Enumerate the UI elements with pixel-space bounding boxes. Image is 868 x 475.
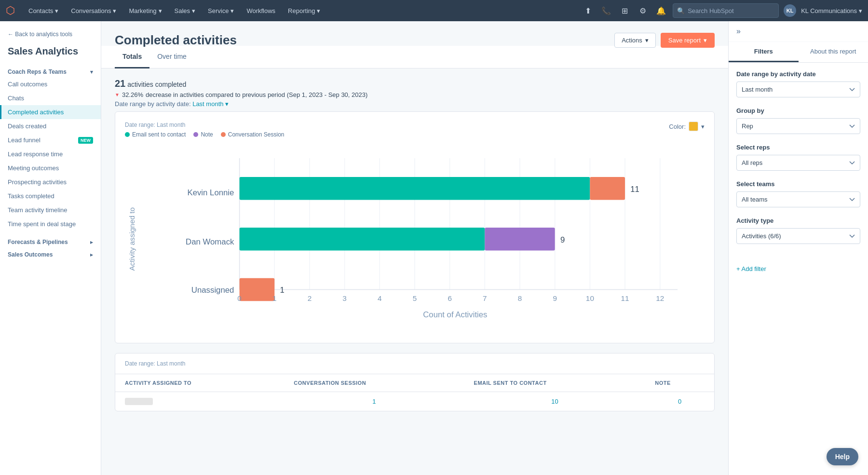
main-tabs: Totals Over time [101, 46, 728, 68]
date-range-label: Date range by activity date: Last month … [115, 100, 715, 108]
search-icon: 🔍 [677, 7, 685, 14]
svg-text:8: 8 [518, 294, 522, 302]
activity-table: Activity Assigned To Conversation Sessio… [115, 374, 714, 411]
nav-service[interactable]: Service ▾ [202, 0, 240, 21]
chevron-down-icon: ▾ [317, 7, 320, 14]
col-assigned-to: Activity Assigned To [115, 374, 284, 392]
filter-activity-type: Activity type Activities (6/6) [736, 217, 860, 244]
filter-reps-select[interactable]: All reps [736, 155, 860, 171]
svg-text:9: 9 [560, 235, 565, 244]
chevron-down-icon: ▾ [113, 7, 116, 14]
sidebar-item-lead-funnel[interactable]: Lead funnel NEW [0, 133, 101, 147]
upgrade-icon[interactable]: ⬆ [581, 4, 595, 17]
filter-group-label: Group by [736, 107, 860, 114]
svg-text:6: 6 [448, 294, 452, 302]
chevron-up-icon: ▾ [90, 69, 93, 75]
filter-date-range: Date range by activity date Last monthLa… [736, 70, 860, 97]
header-actions: Actions ▾ Save report ▾ [614, 33, 715, 48]
date-range-link[interactable]: Last month ▾ [192, 100, 229, 108]
svg-text:7: 7 [483, 294, 487, 302]
svg-text:1: 1 [280, 285, 284, 295]
col-conversation: Conversation Session [284, 374, 464, 392]
filter-reps: Select reps All reps [736, 144, 860, 171]
panel-tab-filters[interactable]: Filters [729, 42, 799, 62]
cell-note: 0 [645, 392, 714, 411]
nav-workflows[interactable]: Workflows [241, 0, 281, 21]
sidebar-item-chats[interactable]: Chats [0, 91, 101, 105]
sidebar-item-team-activity[interactable]: Team activity timeline [0, 203, 101, 217]
svg-text:1: 1 [272, 294, 277, 302]
filter-date-label: Date range by activity date [736, 70, 860, 78]
phone-icon[interactable]: 📞 [599, 4, 613, 17]
svg-text:Activity assigned to: Activity assigned to [128, 207, 136, 271]
col-email: Email Sent to Contact [464, 374, 646, 392]
nav-conversations[interactable]: Conversations ▾ [65, 0, 122, 21]
chart-header: Date range: Last month Email sent to con… [125, 122, 705, 138]
cell-email: 10 [464, 392, 646, 411]
table-date-label: Date range: Last month [115, 353, 714, 374]
marketplace-icon[interactable]: ⊞ [618, 4, 631, 17]
sidebar-item-tasks-completed[interactable]: Tasks completed [0, 189, 101, 203]
filters-section: Date range by activity date Last monthLa… [729, 63, 868, 261]
actions-button[interactable]: Actions ▾ [614, 33, 656, 48]
svg-text:3: 3 [342, 294, 347, 302]
nav-right-icons: ⬆ 📞 ⊞ ⚙ 🔔 🔍 KL KL Communications ▾ [581, 3, 862, 18]
nav-marketing[interactable]: Marketing ▾ [123, 0, 167, 21]
search-input[interactable] [688, 7, 774, 14]
filter-date-select[interactable]: Last monthLast weekLast quarterThis mont… [736, 81, 860, 97]
color-control[interactable]: Color: ▾ [669, 122, 705, 131]
svg-text:4: 4 [378, 294, 382, 302]
svg-text:Dan Womack: Dan Womack [186, 237, 234, 246]
bar-chart: Activity assigned to [125, 145, 705, 333]
filter-activity-select[interactable]: Activities (6/6) [736, 228, 860, 244]
sidebar-item-lead-response[interactable]: Lead response time [0, 147, 101, 161]
new-badge: NEW [78, 137, 93, 144]
cell-name [115, 392, 284, 411]
filter-group-select[interactable]: RepTeamActivity type [736, 118, 860, 134]
svg-text:Unassigned: Unassigned [191, 285, 234, 295]
chart-card: Date range: Last month Email sent to con… [115, 111, 715, 343]
user-menu[interactable]: KL Communications ▾ [801, 7, 862, 14]
sidebar-section-forecasts[interactable]: Forecasts & Pipelines ▸ [0, 235, 101, 247]
sidebar-item-call-outcomes[interactable]: Call outcomes [0, 77, 101, 91]
nav-contacts[interactable]: Contacts ▾ [23, 0, 64, 21]
panel-collapse-button[interactable]: » [729, 21, 868, 42]
stat-number: 21 [115, 78, 125, 89]
back-to-analytics[interactable]: ← Back to analytics tools [0, 29, 101, 43]
legend-dot-email [125, 132, 130, 137]
nav-sales[interactable]: Sales ▾ [169, 0, 202, 21]
add-filter-button[interactable]: + Add filter [729, 261, 868, 276]
legend-dot-note [193, 132, 198, 137]
sidebar-item-completed-activities[interactable]: Completed activities [0, 105, 101, 119]
sidebar-item-time-in-stage[interactable]: Time spent in deal stage [0, 217, 101, 231]
chevron-down-icon: ▾ [231, 7, 234, 14]
tab-totals[interactable]: Totals [115, 46, 149, 68]
blurred-name [125, 398, 153, 405]
legend-email: Email sent to contact [125, 131, 186, 138]
filter-group-by: Group by RepTeamActivity type [736, 107, 860, 134]
svg-text:5: 5 [413, 294, 417, 302]
sidebar-item-prospecting[interactable]: Prospecting activities [0, 175, 101, 189]
filter-reps-label: Select reps [736, 144, 860, 151]
sidebar-section-sales-outcomes[interactable]: Sales Outcomes ▸ [0, 247, 101, 260]
sidebar-section-coach[interactable]: Coach Reps & Teams ▾ [0, 65, 101, 77]
filter-teams-select[interactable]: All teams [736, 191, 860, 207]
search-box[interactable]: 🔍 [673, 3, 779, 18]
hubspot-logo: ⬡ [6, 4, 15, 17]
save-report-button[interactable]: Save report ▾ [661, 33, 715, 48]
color-swatch[interactable] [689, 122, 698, 131]
panel-tab-about[interactable]: About this report [799, 42, 868, 62]
settings-icon[interactable]: ⚙ [636, 4, 650, 17]
chevron-right-icon: ▸ [90, 252, 93, 258]
tab-over-time[interactable]: Over time [149, 46, 194, 68]
sidebar-item-meeting-outcomes[interactable]: Meeting outcomes [0, 161, 101, 175]
sidebar-item-deals-created[interactable]: Deals created [0, 119, 101, 133]
content-area: Completed activities Actions ▾ Save repo… [101, 21, 728, 475]
help-button[interactable]: Help [827, 448, 858, 465]
nav-reporting[interactable]: Reporting ▾ [282, 0, 326, 21]
panel-tabs: Filters About this report [729, 42, 868, 63]
notifications-icon[interactable]: 🔔 [654, 4, 668, 17]
chevron-down-icon: ▾ [701, 123, 705, 130]
stats-section: 21 activities completed ▼ 32.26% decreas… [115, 78, 715, 108]
cell-conv: 1 [284, 392, 464, 411]
